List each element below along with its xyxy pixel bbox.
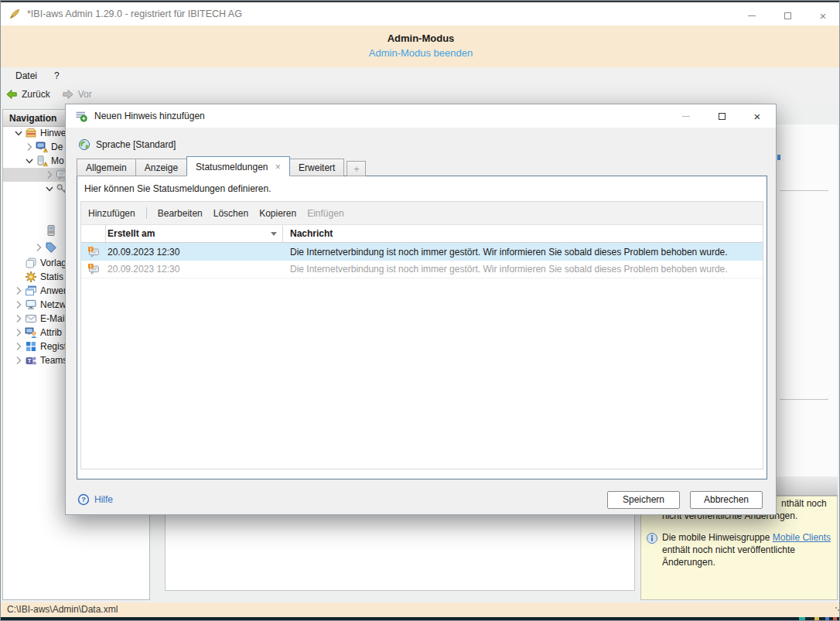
- menu-bar: Datei?: [1, 67, 840, 84]
- chevron-right-icon[interactable]: [12, 299, 25, 311]
- desktop-strip: [1, 617, 840, 621]
- help-icon: ?: [77, 493, 90, 506]
- chevron-right-icon[interactable]: [23, 141, 36, 153]
- status-bar: C:\IBI-aws\Admin\Data.xml: [1, 602, 840, 617]
- notification-fragment-line1: nthält noch: [781, 498, 827, 509]
- forward-arrow-icon[interactable]: [62, 88, 74, 101]
- cancel-button[interactable]: Abbrechen: [690, 491, 763, 509]
- save-button[interactable]: Speichern: [607, 491, 680, 509]
- help-link[interactable]: ? Hilfe: [77, 493, 113, 506]
- notification-line3: Änderungen.: [662, 557, 715, 568]
- help-label: Hilfe: [94, 494, 113, 505]
- created-column-header[interactable]: Erstellt am: [106, 225, 283, 242]
- chevron-right-icon[interactable]: [32, 241, 45, 254]
- table-row[interactable]: 20.09.2023 12:30Die Internetverbindung i…: [81, 261, 763, 278]
- dialog-maximize-button[interactable]: [709, 107, 734, 125]
- chevron-right-icon[interactable]: [12, 354, 25, 367]
- bearbeiten-button[interactable]: Bearbeiten: [158, 208, 203, 219]
- monitor-user-icon: [25, 326, 37, 339]
- monitor-warning-icon: [36, 141, 48, 153]
- chevron-right-icon[interactable]: [12, 285, 25, 297]
- dialog-close-button[interactable]: ×: [745, 107, 770, 125]
- window-controls: ×: [734, 4, 840, 27]
- form-divider: [780, 190, 828, 191]
- nav-toolbar: Zurück Vor: [1, 84, 840, 104]
- mobile-clients-link[interactable]: Mobile Clients: [773, 532, 831, 543]
- tab-erweitert[interactable]: Erweitert: [289, 159, 344, 176]
- chevron-down-icon[interactable]: [12, 127, 25, 139]
- sidebar-item-label: Hinwe: [40, 128, 66, 138]
- tab-label: Erweitert: [299, 162, 335, 173]
- forward-button[interactable]: Vor: [78, 89, 92, 100]
- created-cell: 20.09.2023 12:30: [106, 247, 283, 258]
- dialog-minimize-button[interactable]: [674, 107, 698, 125]
- sidebar-item-label: Netzw: [40, 299, 66, 310]
- status-message-list: HinzufügenBearbeitenLöschenKopierenEinfü…: [80, 201, 763, 469]
- title-bar: *IBI-aws Admin 1.29.0 - registriert für …: [1, 1, 840, 26]
- tab-anzeige[interactable]: Anzeige: [135, 159, 187, 176]
- windows-icon: [25, 285, 37, 297]
- kopieren-button[interactable]: Kopieren: [259, 208, 296, 219]
- sidebar-item-label: Mo: [51, 155, 64, 166]
- admin-mode-exit-link[interactable]: Admin-Modus beenden: [369, 47, 473, 59]
- phone-icon: [45, 224, 57, 237]
- window-title: *IBI-aws Admin 1.29.0 - registriert für …: [27, 9, 242, 19]
- einfugen-button[interactable]: Einfügen: [307, 208, 343, 219]
- message-column-label: Nachricht: [290, 228, 333, 239]
- mail-icon: [25, 312, 37, 325]
- notification-line2: enthält noch nicht veröffentlichte: [662, 544, 795, 555]
- loschen-button[interactable]: Löschen: [213, 208, 248, 219]
- add-tab-button[interactable]: +: [347, 161, 366, 176]
- svg-text:?: ?: [81, 495, 86, 503]
- chevron-right-icon[interactable]: [12, 326, 25, 339]
- notification-prefix: Die mobile Hinweisgruppe: [662, 532, 773, 543]
- gear-icon: [25, 271, 37, 283]
- maximize-button[interactable]: [770, 4, 805, 27]
- menu-item-datei[interactable]: Datei: [7, 67, 46, 84]
- form-caret-remnant: [777, 155, 780, 160]
- table-row[interactable]: 20.09.2023 12:30Die Internetverbindung i…: [81, 243, 763, 261]
- tab-close-icon[interactable]: ×: [275, 162, 281, 172]
- chevron-right-icon[interactable]: [12, 312, 25, 325]
- tab-allgemein[interactable]: Allgemein: [77, 159, 136, 176]
- tab-label: Allgemein: [86, 162, 127, 173]
- grid-icon: [25, 340, 37, 353]
- sidebar-item-label: E-Mail: [40, 313, 67, 324]
- close-button[interactable]: ×: [805, 4, 840, 27]
- package-icon: [25, 127, 37, 139]
- created-cell: 20.09.2023 12:30: [106, 264, 283, 275]
- sidebar-item-label: Regist: [40, 341, 67, 352]
- menu-item-help[interactable]: ?: [46, 67, 68, 84]
- app-quill-icon: [9, 8, 21, 20]
- tab-label: Statusmeldungen: [196, 162, 268, 172]
- list-toolbar: HinzufügenBearbeitenLöschenKopierenEinfü…: [81, 202, 763, 225]
- back-arrow-icon[interactable]: [5, 88, 18, 101]
- toolbar-separator: [146, 207, 147, 219]
- chevron-down-icon[interactable]: [23, 155, 36, 167]
- tab-label: +: [353, 164, 359, 175]
- table-header: Erstellt am Nachricht: [81, 225, 763, 243]
- sort-arrow-icon[interactable]: [271, 232, 277, 236]
- form-divider: [780, 399, 828, 400]
- tab-content: Hier können Sie Statusmeldungen definier…: [77, 176, 767, 479]
- chevron-down-icon[interactable]: [43, 183, 56, 195]
- chevron-right-icon[interactable]: [12, 340, 25, 353]
- icon-column-header[interactable]: [81, 225, 106, 242]
- tab-statusmeldungen[interactable]: Statusmeldungen×: [186, 156, 290, 176]
- sidebar-item-label: Attrib: [40, 327, 62, 338]
- back-button[interactable]: Zurück: [22, 89, 50, 100]
- resize-grip[interactable]: [835, 607, 837, 609]
- mobile-notification-text: Die mobile Hinweisgruppe Mobile Clients …: [662, 531, 840, 568]
- chevron-right-icon[interactable]: [43, 169, 56, 181]
- minimize-button[interactable]: [734, 4, 770, 27]
- admin-mode-banner: Admin-Modus Admin-Modus beenden: [1, 26, 840, 67]
- add-hint-dialog: Neuen Hinweis hinzufügen × Sprache [Stan…: [65, 104, 777, 515]
- app-window: *IBI-aws Admin 1.29.0 - registriert für …: [0, 0, 840, 621]
- language-label: Sprache [Standard]: [96, 139, 176, 150]
- sidebar-item-label: Vorlag: [40, 258, 67, 268]
- created-column-label: Erstellt am: [108, 228, 155, 239]
- message-column-header[interactable]: Nachricht: [283, 225, 763, 242]
- network-icon: [25, 299, 37, 311]
- hinzufugen-button[interactable]: Hinzufügen: [88, 208, 135, 219]
- dialog-add-icon: [75, 110, 87, 122]
